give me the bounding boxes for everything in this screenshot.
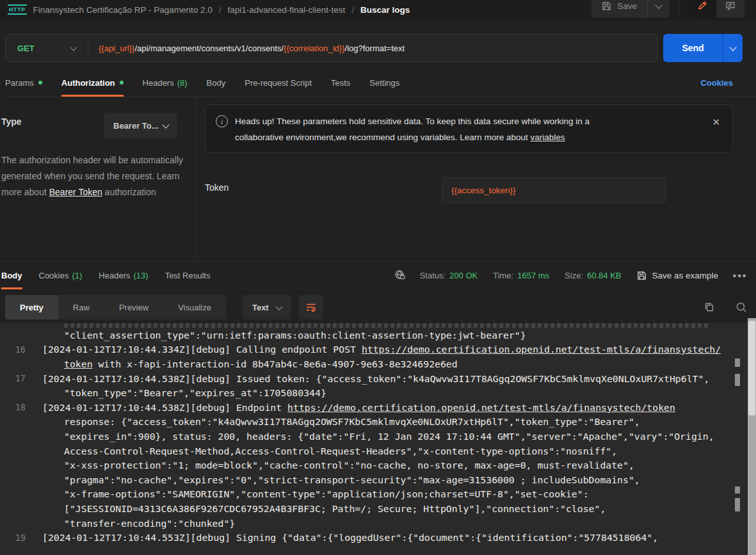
tab-label: Authorization <box>61 78 115 88</box>
variables-link[interactable]: variables <box>531 133 565 142</box>
log-line: "pragma":"no-cache","expires":"0","stric… <box>0 472 747 487</box>
banner-line2: collaborative environment,we recommend u… <box>235 133 531 142</box>
divider <box>679 0 679 18</box>
tab-body[interactable]: Body <box>207 69 226 96</box>
tab-settings[interactable]: Settings <box>369 69 399 96</box>
auth-description-suffix: authorization <box>102 187 156 197</box>
log-segment: "token_type":"Bearer","expires_at":17050… <box>64 387 326 398</box>
response-tab-headers[interactable]: Headers(13) <box>99 262 148 289</box>
format-select[interactable]: Text <box>243 295 291 319</box>
token-input[interactable]: {{access_token}} <box>442 177 666 203</box>
view-tab-pretty[interactable]: Pretty <box>5 295 58 319</box>
log-text: response: {"access_token":"k4aQwvw3I17T8… <box>64 416 640 427</box>
auth-type-select[interactable]: Bearer To... <box>104 113 177 138</box>
bearer-token-link[interactable]: Bearer Token <box>49 187 102 197</box>
request-tabs: ParamsAuthorizationHeaders(8)BodyPre-req… <box>5 69 756 97</box>
tab-authorization[interactable]: Authorization <box>61 69 124 96</box>
token-label: Token <box>205 182 229 193</box>
log-link[interactable]: https://demo.certification.openid.net/te… <box>362 344 721 355</box>
method-select[interactable]: GET <box>6 44 88 53</box>
log-line: 19[2024-01-12T17:10:44.553Z][debug] Sign… <box>0 530 747 545</box>
comment-icon <box>725 1 736 11</box>
log-line: "x-frame-options":"SAMEORIGIN","content-… <box>0 487 747 502</box>
vertical-scrollbar[interactable] <box>748 318 756 555</box>
network-info-icon[interactable] <box>394 269 406 281</box>
chevron-down-icon <box>70 44 77 51</box>
log-line: "x-xss-protection":"1; mode=block","cach… <box>0 458 747 472</box>
response-tab-test-results[interactable]: Test Results <box>165 262 211 289</box>
response-header: BodyCookies(1)Headers(13)Test Results St… <box>0 261 756 289</box>
view-tab-raw[interactable]: Raw <box>58 295 104 319</box>
scroll-mark <box>735 358 740 367</box>
save-as-example-button[interactable]: Save as example <box>637 271 719 280</box>
http-request-icon: HTTP <box>8 4 27 15</box>
response-tab-body[interactable]: Body <box>1 262 22 289</box>
green-dot-icon <box>120 81 124 84</box>
send-dropdown-button[interactable] <box>723 34 743 62</box>
search-icon[interactable] <box>736 302 747 313</box>
tab-count: (13) <box>134 271 149 280</box>
close-icon[interactable]: ✕ <box>712 117 720 128</box>
comments-button[interactable] <box>716 0 744 18</box>
log-segment: response: {"access_token":"k4aQwvw3I17T8… <box>64 416 640 427</box>
size-badge: Size:60.84 KB <box>565 271 621 280</box>
response-tab-cookies[interactable]: Cookies(1) <box>39 262 83 289</box>
wrap-text-icon <box>305 302 317 312</box>
log-link[interactable]: https://demo.certification.openid.net/te… <box>287 402 675 413</box>
response-body-console[interactable]: "client_assertion_type":"urn:ietf:params… <box>0 323 747 555</box>
tab-count: (1) <box>72 271 82 280</box>
log-line: "expires_in":900}, status: 200, headers:… <box>0 429 747 444</box>
save-button[interactable]: Save <box>591 0 647 18</box>
line-number: 17 <box>0 373 26 383</box>
log-text: [2024-01-12T17:10:44.553Z][debug] Signin… <box>42 532 658 543</box>
pencil-icon <box>697 1 707 11</box>
copy-icon[interactable] <box>704 302 715 313</box>
tab-tests[interactable]: Tests <box>331 69 350 96</box>
status-label: Status: <box>420 271 446 280</box>
cookies-link[interactable]: Cookies <box>700 78 733 88</box>
url-input[interactable]: {{api_url}}/api/management/consents/v1/c… <box>88 44 405 53</box>
breadcrumb-item[interactable]: fapi1-advanced-final-client-test <box>228 5 346 15</box>
log-text: "client_assertion_type":"urn:ietf:params… <box>64 330 526 341</box>
breadcrumb-separator: / <box>351 5 354 15</box>
log-segment: Access-Control-Request-Method,Access-Con… <box>64 446 617 456</box>
scroll-mark <box>735 374 740 386</box>
tab-params[interactable]: Params <box>5 69 42 96</box>
view-tab-preview[interactable]: Preview <box>104 295 163 319</box>
auth-type-label: Type <box>1 117 22 127</box>
green-dot-icon <box>38 81 42 84</box>
log-line: ["JSESSIONID=4313C6A386F9267CDC67952A4B3… <box>0 501 747 516</box>
line-number: 19 <box>0 533 26 543</box>
scrollbar-thumb[interactable] <box>748 321 755 415</box>
scroll-mark <box>735 498 740 511</box>
more-options-icon[interactable]: ●●● <box>732 271 747 279</box>
save-button-group: Save <box>591 0 670 18</box>
log-text: "pragma":"no-cache","expires":"0","stric… <box>64 474 640 485</box>
save-dropdown-button[interactable] <box>648 0 670 18</box>
floppy-icon <box>637 271 647 280</box>
time-badge: Time:1657 ms <box>493 271 549 280</box>
tab-label: Cookies <box>39 271 69 280</box>
log-link[interactable]: token <box>64 358 93 369</box>
wrap-text-button[interactable] <box>299 295 323 319</box>
breadcrumb-item[interactable]: Buscar logs <box>360 5 410 15</box>
breadcrumb-item[interactable]: Finansystech Certificação RP - Pagamento… <box>33 5 213 15</box>
sensitive-data-banner: i Heads up! These parameters hold sensit… <box>205 104 733 153</box>
log-text: "x-frame-options":"SAMEORIGIN","content-… <box>64 488 589 499</box>
send-button[interactable]: Send <box>663 34 723 62</box>
view-right-actions <box>704 302 747 313</box>
banner-line1: Heads up! These parameters hold sensitiv… <box>235 117 590 126</box>
save-label: Save <box>617 1 637 11</box>
log-text: [2024-01-12T17:10:44.538Z][debug] Endpoi… <box>42 402 675 413</box>
tab-label: Test Results <box>165 271 211 280</box>
log-segment: "pragma":"no-cache","expires":"0","stric… <box>64 474 640 485</box>
view-tab-visualize[interactable]: Visualize <box>163 295 226 319</box>
tab-pre-request-script[interactable]: Pre-request Script <box>245 69 312 96</box>
rename-button[interactable] <box>688 0 716 18</box>
log-text: "x-xss-protection":"1; mode=block","cach… <box>64 460 634 471</box>
tab-headers[interactable]: Headers(8) <box>143 69 188 96</box>
divider <box>196 97 197 261</box>
chevron-down-icon <box>275 303 282 310</box>
view-tabs: PrettyRawPreviewVisualize <box>5 295 226 319</box>
info-icon: i <box>216 115 228 127</box>
